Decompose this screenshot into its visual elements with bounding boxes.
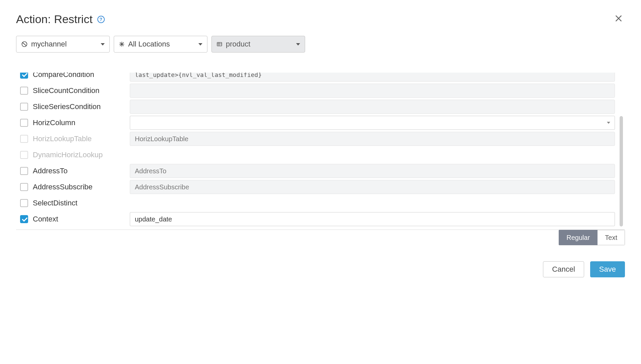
view-toggle-row: Regular Text <box>16 230 625 245</box>
form-scroll-area: CompareCondition SliceCountCondition <box>16 73 625 230</box>
asterisk-icon <box>119 41 125 47</box>
input-slicecount[interactable] <box>130 84 615 98</box>
chevron-down-icon <box>101 43 105 46</box>
action-dialog: Action: Restrict ? mychannel All Locatio… <box>0 0 641 364</box>
row-comparecondition: CompareCondition <box>16 73 615 83</box>
chevron-down-icon <box>296 43 300 46</box>
label-comparecondition: CompareCondition <box>33 73 94 79</box>
close-icon[interactable] <box>612 12 625 26</box>
view-toggle: Regular Text <box>559 230 625 245</box>
locations-select[interactable]: All Locations <box>114 36 207 53</box>
svg-line-3 <box>22 42 26 46</box>
save-button[interactable]: Save <box>590 261 625 277</box>
checkbox-selectdistinct[interactable] <box>20 199 28 207</box>
scrollbar-thumb[interactable] <box>620 116 623 226</box>
label-dynamichorizlookup: DynamicHorizLookup <box>33 151 103 159</box>
dropdown-horizcolumn[interactable] <box>130 116 615 130</box>
row-slicecount: SliceCountCondition <box>16 83 615 99</box>
row-sliceseries: SliceSeriesCondition <box>16 99 615 115</box>
dialog-title: Action: Restrict <box>16 13 93 26</box>
row-horizcolumn: HorizColumn <box>16 115 615 131</box>
dialog-header: Action: Restrict ? <box>16 12 625 26</box>
dropdown-horizcolumn-input[interactable] <box>130 116 615 130</box>
checkbox-comparecondition[interactable] <box>20 73 28 79</box>
channel-select[interactable]: mychannel <box>16 36 110 53</box>
input-comparecondition[interactable] <box>130 73 615 82</box>
channel-icon <box>21 41 28 48</box>
input-addresssubscribe[interactable] <box>130 180 615 194</box>
checkbox-horizcolumn[interactable] <box>20 119 28 127</box>
row-dynamichorizlookup: DynamicHorizLookup <box>16 147 615 163</box>
chevron-down-icon <box>198 43 202 46</box>
title-wrap: Action: Restrict ? <box>16 13 105 26</box>
locations-label: All Locations <box>128 40 170 49</box>
toggle-regular[interactable]: Regular <box>559 230 598 245</box>
table-icon <box>216 41 222 47</box>
label-slicecount: SliceCountCondition <box>33 86 99 95</box>
help-icon[interactable]: ? <box>97 16 105 23</box>
row-context: Context <box>16 211 615 227</box>
channel-label: mychannel <box>31 40 67 49</box>
label-context: Context <box>33 215 58 223</box>
label-horizcolumn: HorizColumn <box>33 118 75 127</box>
input-context[interactable] <box>130 212 615 226</box>
row-addresssubscribe: AddressSubscribe <box>16 179 615 195</box>
toggle-text[interactable]: Text <box>598 230 625 245</box>
table-label: product <box>226 40 250 49</box>
label-sliceseries: SliceSeriesCondition <box>33 102 101 111</box>
table-select[interactable]: product <box>211 36 305 53</box>
checkbox-dynamichorizlookup <box>20 151 28 159</box>
label-addresssubscribe: AddressSubscribe <box>33 183 93 191</box>
checkbox-addressto[interactable] <box>20 167 28 175</box>
row-selectdistinct: SelectDistinct <box>16 195 615 211</box>
checkbox-sliceseries[interactable] <box>20 103 28 111</box>
checkbox-horizlookuptable <box>20 135 28 143</box>
input-addressto[interactable] <box>130 164 615 178</box>
filters-row: mychannel All Locations product <box>16 36 625 53</box>
checkbox-context[interactable] <box>20 215 28 223</box>
label-addressto: AddressTo <box>33 167 68 175</box>
checkbox-slicecount[interactable] <box>20 87 28 95</box>
chevron-down-icon <box>607 122 610 124</box>
row-addressto: AddressTo <box>16 163 615 179</box>
row-horizlookuptable: HorizLookupTable <box>16 131 615 147</box>
cancel-button[interactable]: Cancel <box>543 261 584 277</box>
label-horizlookuptable: HorizLookupTable <box>33 134 92 143</box>
checkbox-addresssubscribe[interactable] <box>20 183 28 191</box>
label-selectdistinct: SelectDistinct <box>33 199 77 207</box>
input-horizlookuptable <box>130 132 615 146</box>
input-sliceseries[interactable] <box>130 100 615 114</box>
dialog-footer: Cancel Save <box>16 261 625 277</box>
